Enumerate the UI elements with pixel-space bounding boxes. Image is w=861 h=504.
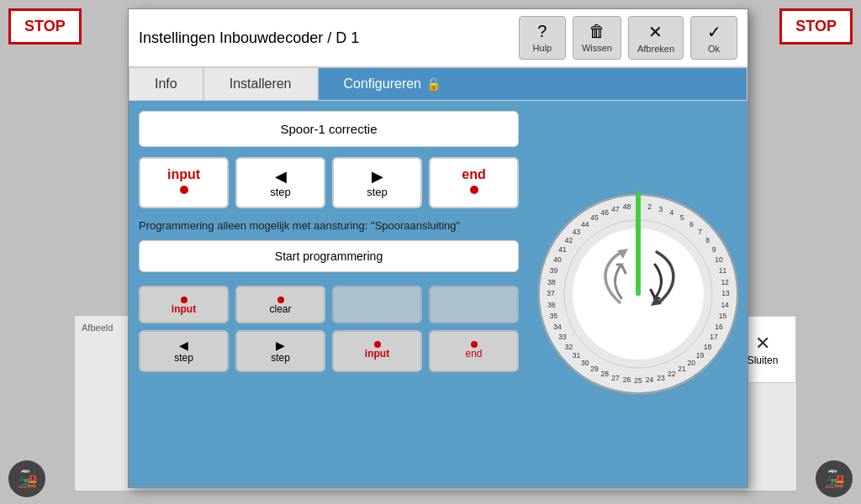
input-small-dot [181, 297, 188, 303]
svg-text:26: 26 [623, 375, 631, 384]
delete-label: Wissen [582, 43, 612, 53]
start-programmering-button[interactable]: Start programmering [139, 240, 519, 272]
cancel-button[interactable]: ✕ Afbreken [628, 16, 684, 60]
spoor-correctie-button[interactable]: Spoor-1 correctie [139, 111, 519, 147]
step-buttons-row: input ◀ step ▶ step end [139, 157, 519, 208]
svg-text:33: 33 [558, 333, 567, 341]
end-small-label: end [465, 348, 482, 360]
svg-text:14: 14 [721, 301, 729, 309]
ok-button[interactable]: ✓ Ok [690, 16, 737, 60]
step-back-small-label: step [174, 352, 193, 364]
modal-header: Instellingen Inbouwdecoder / D 1 ? Hulp … [129, 9, 747, 67]
svg-text:23: 23 [657, 374, 665, 382]
svg-text:16: 16 [715, 323, 723, 331]
header-buttons: ? Hulp 🗑 Wissen ✕ Afbreken ✓ Ok [519, 16, 737, 60]
help-icon: ? [537, 22, 547, 41]
ok-icon: ✓ [707, 22, 721, 42]
input-small-button-2[interactable]: input [332, 330, 422, 372]
svg-text:34: 34 [553, 323, 562, 331]
svg-rect-56 [637, 192, 640, 198]
clear-dot [277, 297, 284, 303]
lock-icon: 🔓 [426, 77, 441, 91]
help-button[interactable]: ? Hulp [519, 16, 566, 60]
svg-text:39: 39 [550, 266, 558, 275]
tabs: Info Installeren Configureren 🔓 [129, 67, 747, 101]
dial-container: 1 2 [529, 168, 747, 420]
end-small-button[interactable]: end [429, 330, 519, 372]
step-back-arrow: ◀ [240, 167, 320, 186]
step-fwd-small-arrow: ▶ [240, 339, 320, 352]
stop-button-right[interactable]: STOP [779, 8, 853, 45]
svg-text:29: 29 [590, 365, 599, 373]
end-label: end [462, 167, 485, 181]
svg-text:46: 46 [600, 208, 609, 217]
svg-text:8: 8 [705, 236, 710, 244]
svg-text:31: 31 [573, 351, 581, 360]
svg-text:25: 25 [634, 376, 642, 385]
svg-text:44: 44 [581, 220, 589, 228]
svg-text:17: 17 [710, 333, 718, 341]
placeholder-2 [429, 286, 519, 323]
input-small-button[interactable]: input [139, 286, 229, 323]
step-back-small-button[interactable]: ◀ step [139, 330, 229, 372]
step-back-small-arrow: ◀ [144, 339, 224, 352]
input-small-dot-2 [374, 341, 381, 348]
clear-button[interactable]: clear [235, 286, 325, 323]
input-dot [180, 186, 188, 194]
svg-text:32: 32 [565, 343, 573, 351]
step-fwd-small-button[interactable]: ▶ step [235, 330, 325, 372]
input-button[interactable]: input [139, 157, 229, 208]
svg-text:18: 18 [704, 343, 712, 351]
svg-text:11: 11 [719, 266, 727, 275]
svg-text:35: 35 [550, 312, 558, 320]
tab-installeren[interactable]: Installeren [203, 67, 318, 101]
svg-text:2: 2 [647, 202, 652, 211]
svg-text:6: 6 [689, 220, 694, 228]
train-icon-left: 🚂 [8, 460, 45, 497]
svg-text:45: 45 [590, 213, 599, 222]
stop-button-left[interactable]: STOP [8, 8, 82, 45]
input-label: input [167, 167, 200, 181]
afbeelding-label: Afbeeld [82, 323, 113, 333]
delete-button[interactable]: 🗑 Wissen [573, 16, 621, 60]
end-button[interactable]: end [429, 157, 519, 208]
tab-configureren[interactable]: Configureren 🔓 [318, 67, 747, 101]
bottom-row-1: input clear [139, 286, 519, 323]
configureren-label: Configureren [344, 76, 422, 92]
svg-text:22: 22 [668, 370, 676, 378]
svg-text:9: 9 [712, 245, 716, 254]
svg-text:27: 27 [611, 374, 620, 382]
clear-label: clear [269, 303, 291, 315]
modal: Instellingen Inbouwdecoder / D 1 ? Hulp … [128, 8, 748, 488]
svg-text:42: 42 [565, 236, 573, 244]
svg-text:7: 7 [698, 228, 702, 236]
svg-text:43: 43 [573, 228, 581, 236]
end-dot [470, 186, 478, 194]
step-fwd-button[interactable]: ▶ step [332, 157, 422, 208]
svg-text:37: 37 [547, 289, 555, 297]
end-small-dot [471, 341, 478, 348]
svg-text:36: 36 [547, 301, 556, 309]
help-label: Hulp [533, 43, 552, 53]
placeholder-1 [332, 286, 422, 323]
train-icon-right: 🚂 [816, 460, 853, 497]
step-fwd-small-label: step [271, 352, 290, 364]
ok-label: Ok [708, 44, 720, 54]
tab-info[interactable]: Info [129, 67, 203, 101]
modal-body: Spoor-1 correctie input ◀ step ▶ step en… [129, 101, 747, 487]
input-small-label: input [172, 303, 196, 315]
step-fwd-arrow: ▶ [337, 167, 417, 186]
svg-text:24: 24 [646, 375, 654, 384]
svg-text:13: 13 [721, 289, 730, 297]
right-panel: 1 2 [529, 101, 747, 487]
svg-text:30: 30 [581, 359, 589, 367]
svg-text:19: 19 [696, 351, 705, 360]
svg-text:38: 38 [547, 278, 556, 286]
close-back-icon: ✕ [755, 333, 770, 354]
step-back-button[interactable]: ◀ step [235, 157, 325, 208]
svg-text:21: 21 [678, 365, 686, 373]
svg-text:10: 10 [715, 255, 723, 264]
dial-numbers-svg: .dial-num { font-size: 8.5px; fill: #333… [529, 168, 747, 420]
svg-text:4: 4 [669, 208, 673, 217]
bottom-row-2: ◀ step ▶ step input end [139, 330, 519, 372]
